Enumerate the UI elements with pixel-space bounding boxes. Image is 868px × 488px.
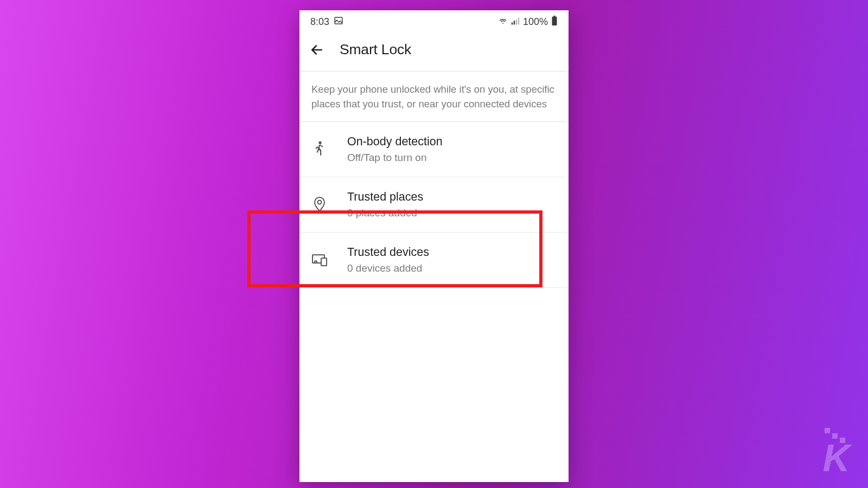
walking-person-icon xyxy=(311,141,328,157)
list-item-trusted-places[interactable]: Trusted places 0 places added xyxy=(299,177,569,233)
svg-point-9 xyxy=(318,201,322,204)
item-subtitle: Off/Tap to turn on xyxy=(347,152,557,164)
list-item-on-body-detection[interactable]: On-body detection Off/Tap to turn on xyxy=(299,122,569,177)
svg-rect-2 xyxy=(514,21,515,24)
list-item-trusted-devices[interactable]: Trusted devices 0 devices added xyxy=(299,233,569,288)
list-text: On-body detection Off/Tap to turn on xyxy=(347,135,557,164)
clock-time: 8:03 xyxy=(310,16,329,28)
item-title: On-body detection xyxy=(347,135,557,149)
svg-rect-3 xyxy=(516,20,517,25)
app-bar: Smart Lock xyxy=(299,30,569,71)
status-right: 100% xyxy=(498,16,558,28)
page-description: Keep your phone unlocked while it's on y… xyxy=(299,72,569,121)
item-title: Trusted places xyxy=(347,190,557,204)
watermark-logo: K xyxy=(822,428,848,472)
devices-icon xyxy=(311,252,328,268)
svg-rect-4 xyxy=(518,18,519,25)
status-bar: 8:03 xyxy=(299,10,569,30)
wifi-icon xyxy=(498,16,508,28)
svg-point-12 xyxy=(315,261,317,263)
svg-rect-5 xyxy=(553,16,556,17)
list-text: Trusted devices 0 devices added xyxy=(347,246,557,274)
item-subtitle: 0 devices added xyxy=(347,262,557,274)
signal-icon xyxy=(511,16,520,28)
location-pin-icon xyxy=(311,196,328,213)
svg-rect-6 xyxy=(552,17,557,25)
svg-rect-11 xyxy=(321,258,327,266)
page-title: Smart Lock xyxy=(340,41,411,58)
phone-screen: 8:03 xyxy=(299,10,569,482)
item-subtitle: 0 places added xyxy=(347,207,557,219)
picture-icon xyxy=(334,16,343,28)
arrow-left-icon xyxy=(310,43,324,57)
list-text: Trusted places 0 places added xyxy=(347,190,557,219)
back-button[interactable] xyxy=(309,42,324,57)
svg-point-8 xyxy=(318,142,321,144)
battery-icon xyxy=(551,16,558,28)
status-left: 8:03 xyxy=(310,16,343,28)
battery-percent: 100% xyxy=(523,16,548,28)
item-title: Trusted devices xyxy=(347,246,557,259)
svg-rect-1 xyxy=(512,22,513,24)
